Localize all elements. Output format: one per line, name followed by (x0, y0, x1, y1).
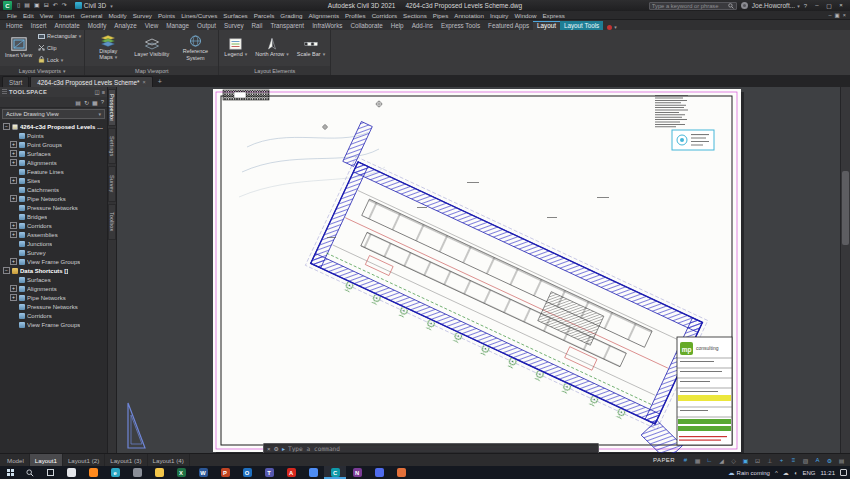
toolspace-tool-1-icon[interactable]: ▤ (75, 99, 81, 106)
workspace-switcher[interactable]: Civil 3D (75, 2, 113, 9)
scale-bar-button[interactable]: Scale Bar (295, 31, 327, 65)
tree-item-pipe-networks[interactable]: Pipe Networks (0, 194, 107, 203)
ribbon-tab-rail[interactable]: Rail (248, 21, 267, 30)
layout-tab-layout1-3[interactable]: Layout1 (3) (105, 454, 147, 466)
tree-item-assemblies[interactable]: Assemblies (0, 230, 107, 239)
drawing-tab[interactable]: 4264-c3d Proposed Levels Scheme* × (30, 76, 152, 87)
tree-item-view-frame-groups[interactable]: View Frame Groups (0, 320, 107, 329)
expand-icon[interactable] (10, 294, 17, 301)
menu-annotation[interactable]: Annotation (451, 12, 487, 19)
weather-widget[interactable]: ☁ Rain coming (728, 469, 770, 477)
ribbon-minimize-icon[interactable]: ▾ (614, 24, 617, 30)
menu-survey[interactable]: Survey (130, 12, 155, 19)
tree-item-catchments[interactable]: Catchments (0, 185, 107, 194)
menu-view[interactable]: View (37, 12, 56, 19)
object-snap-3d-icon[interactable]: ⊡ (752, 456, 763, 465)
snap-icon[interactable]: ▦ (692, 456, 703, 465)
tree-item-surfaces[interactable]: Surfaces (0, 149, 107, 158)
scrollbar-thumb[interactable] (842, 171, 849, 245)
palette-properties-icon[interactable]: ≡ (102, 89, 105, 95)
action-center-icon[interactable] (840, 469, 847, 476)
toolspace-tool-2-icon[interactable]: ▦ (92, 99, 98, 106)
toolspace-header[interactable]: TOOLSPACE ◫ ≡ (0, 87, 107, 97)
menu-surfaces[interactable]: Surfaces (220, 12, 250, 19)
transparency-icon[interactable]: ▨ (800, 456, 811, 465)
toolspace-help-icon[interactable]: ? (101, 99, 104, 105)
palette-tab-settings[interactable]: Settings (108, 128, 116, 164)
active-drawing-view-select[interactable]: Active Drawing View (2, 109, 105, 119)
tree-item-bridges[interactable]: Bridges (0, 212, 107, 221)
expand-icon[interactable] (10, 159, 17, 166)
menu-edit[interactable]: Edit (20, 12, 37, 19)
lineweight-icon[interactable]: ≡ (788, 456, 799, 465)
tree-item-feature-lines[interactable]: Feature Lines (0, 167, 107, 176)
tree-item-junctions[interactable]: Junctions (0, 239, 107, 248)
user-avatar[interactable] (741, 2, 748, 9)
expand-icon[interactable] (10, 150, 17, 157)
taskbar-notepad-icon[interactable] (60, 466, 82, 479)
palette-autohide-icon[interactable]: ◫ (95, 89, 100, 95)
object-snap-icon[interactable]: ▣ (740, 456, 751, 465)
paper-model-toggle[interactable]: PAPER (649, 457, 679, 463)
panel-label-layout-viewports[interactable]: Layout Viewports (0, 66, 84, 75)
legend-button[interactable]: Legend (222, 31, 249, 65)
onedrive-cloud-icon[interactable]: ☁ (783, 469, 789, 476)
ribbon-tab-analyze[interactable]: Analyze (110, 21, 140, 30)
undo-icon[interactable]: ↶ (52, 1, 59, 10)
dynamic-input-icon[interactable]: + (776, 456, 787, 465)
lock-viewport-button[interactable]: Lock (38, 56, 81, 63)
menu-inquiry[interactable]: Inquiry (487, 12, 512, 19)
language-indicator[interactable]: ENG (802, 470, 815, 476)
layout-tab-layout1[interactable]: Layout1 (30, 454, 63, 466)
ribbon-tab-infraworks[interactable]: InfraWorks (308, 21, 346, 30)
taskbar-teams-icon[interactable]: T (258, 466, 280, 479)
command-customize-icon[interactable]: ⚙ (274, 445, 279, 452)
ribbon-tab-help[interactable]: Help (387, 21, 408, 30)
taskbar-excel-icon[interactable]: X (170, 466, 192, 479)
vertical-scrollbar[interactable] (840, 87, 850, 453)
tree-item-surfaces[interactable]: Surfaces (0, 275, 107, 284)
doc-minimize-button[interactable]: – (829, 12, 832, 18)
doc-close-button[interactable]: × (843, 12, 846, 18)
customization-icon[interactable]: ▤ (836, 456, 847, 465)
expand-icon[interactable] (10, 258, 17, 265)
clip-viewport-button[interactable]: Clip (38, 44, 81, 51)
help-icon[interactable]: ? (804, 3, 807, 9)
restore-button[interactable]: ▢ (823, 2, 835, 9)
new-drawing-tab-button[interactable]: + (154, 76, 166, 87)
tree-item-pipe-networks[interactable]: Pipe Networks (0, 293, 107, 302)
ribbon-tab-survey[interactable]: Survey (220, 21, 248, 30)
palette-tab-survey[interactable]: Survey (108, 166, 116, 202)
search-input[interactable] (652, 3, 726, 9)
taskbar-onenote-icon[interactable]: N (346, 466, 368, 479)
ribbon-tab-layout[interactable]: Layout (533, 21, 560, 30)
menu-express[interactable]: Express (539, 12, 567, 19)
taskbar-explorer-icon[interactable] (148, 466, 170, 479)
new-icon[interactable]: ▯ (16, 1, 21, 10)
workspace-gear-icon[interactable]: ⚙ (824, 456, 835, 465)
menu-general[interactable]: General (77, 12, 105, 19)
menu-points[interactable]: Points (155, 12, 178, 19)
ribbon-tab-transparent[interactable]: Transparent (266, 21, 308, 30)
polar-tracking-icon[interactable]: ◢ (716, 456, 727, 465)
volume-icon[interactable]: ◖ (794, 470, 798, 476)
expand-icon[interactable] (10, 195, 17, 202)
menu-grading[interactable]: Grading (277, 12, 305, 19)
print-icon[interactable]: ⊟ (43, 1, 50, 10)
taskbar-firefox-icon[interactable] (82, 466, 104, 479)
dynamic-ucs-icon[interactable]: ⊥ (764, 456, 775, 465)
tree-item-points[interactable]: Points (0, 131, 107, 140)
palette-grip[interactable] (2, 89, 7, 95)
start-tab[interactable]: Start (2, 76, 29, 87)
ribbon-tab-collaborate[interactable]: Collaborate (346, 21, 386, 30)
taskbar-powerpoint-icon[interactable]: P (214, 466, 236, 479)
ribbon-tab-annotate[interactable]: Annotate (51, 21, 84, 30)
annotation-visibility-icon[interactable]: A (812, 456, 823, 465)
taskbar-settings-icon[interactable] (126, 466, 148, 479)
taskbar-search-button[interactable] (20, 466, 40, 479)
tree-root-drawing[interactable]: 4264-c3d Proposed Levels Scheme (0, 122, 107, 131)
tree-item-survey[interactable]: Survey (0, 248, 107, 257)
expand-icon[interactable] (10, 177, 17, 184)
drawing-canvas[interactable]: mp consulting (117, 87, 850, 453)
taskbar-civil3d-icon[interactable]: C (324, 466, 346, 479)
